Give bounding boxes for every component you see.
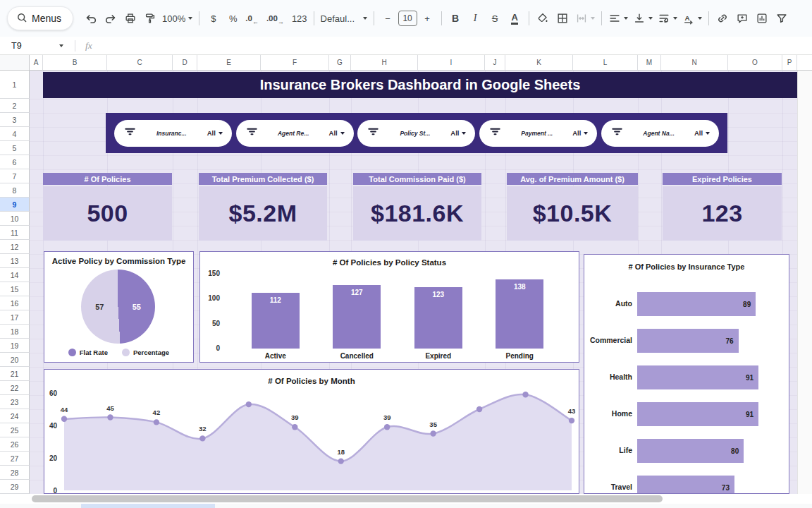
row-header-14[interactable]: 14 (0, 268, 30, 282)
insert-comment-button[interactable] (733, 8, 752, 28)
policy-status-chart-panel[interactable]: # Of Policies by Policy Status1501005001… (199, 251, 579, 363)
bold-button[interactable]: B (446, 8, 465, 28)
format-percent-button[interactable]: % (223, 8, 242, 28)
column-header-H[interactable]: H (351, 55, 418, 70)
text-color-button[interactable]: A (505, 8, 524, 28)
row-header-26[interactable]: 26 (0, 437, 30, 452)
bar-expired[interactable]: 123 (414, 287, 462, 349)
column-header-P[interactable]: P (782, 55, 797, 70)
column-header-C[interactable]: C (107, 55, 173, 70)
row-header-18[interactable]: 18 (0, 325, 30, 339)
policies-by-month-chart-panel[interactable]: # Of Policies by Month020406044454232391… (44, 369, 579, 494)
kpi-card-1[interactable]: # Of Policies500 (43, 173, 172, 241)
paint-format-button[interactable] (140, 8, 159, 28)
column-header-B[interactable]: B (43, 55, 107, 70)
row-header-27[interactable]: 27 (0, 452, 30, 466)
kpi-card-4[interactable]: Avg. of Premium Amount ($)$10.5K (507, 173, 638, 241)
increase-font-size-button[interactable]: + (418, 8, 437, 28)
row-header-13[interactable]: 13 (0, 254, 30, 268)
row-header-4[interactable]: 4 (0, 127, 30, 141)
bar-cancelled[interactable]: 127 (333, 285, 381, 349)
slicer-5[interactable]: Agent Na...All (601, 120, 719, 147)
font-size-input[interactable]: 10 (398, 11, 417, 26)
kpi-card-3[interactable]: Total Commission Paid ($)$181.6K (353, 173, 481, 241)
bar-home[interactable]: 91 (637, 402, 758, 426)
text-wrap-button[interactable] (656, 8, 679, 28)
increase-decimal-button[interactable]: .00→ (264, 8, 289, 28)
column-header-I[interactable]: I (418, 55, 485, 70)
row-header-16[interactable]: 16 (0, 296, 30, 310)
italic-button[interactable]: I (466, 8, 485, 28)
row-header-25[interactable]: 25 (0, 423, 30, 437)
kpi-card-5[interactable]: Expired Policies123 (663, 173, 782, 241)
line-chart[interactable]: 0204060444542323918393543 (44, 370, 579, 494)
column-header-D[interactable]: D (173, 55, 197, 70)
row-header-3[interactable]: 3 (0, 113, 30, 127)
row-header-28[interactable]: 28 (0, 466, 30, 480)
row-header-8[interactable]: 8 (0, 183, 30, 198)
column-header-M[interactable]: M (638, 55, 661, 70)
print-button[interactable] (121, 8, 140, 28)
merge-cells-button[interactable] (573, 8, 597, 28)
slicer-3[interactable]: Policy St...All (357, 120, 475, 147)
column-header-L[interactable]: L (573, 55, 638, 70)
row-header-15[interactable]: 15 (0, 282, 30, 296)
format-currency-button[interactable]: $ (204, 8, 223, 28)
row-header-1[interactable]: 1 (0, 71, 30, 99)
bar-life[interactable]: 80 (637, 439, 744, 463)
horizontal-scrollbar-thumb[interactable] (32, 495, 663, 502)
undo-button[interactable] (81, 8, 100, 28)
fill-color-button[interactable] (534, 8, 553, 28)
insert-chart-button[interactable] (753, 8, 772, 28)
slicer-value[interactable]: All (207, 129, 223, 137)
column-header-E[interactable]: E (197, 55, 261, 70)
row-header-17[interactable]: 17 (0, 310, 30, 325)
active-sheet-tab[interactable] (81, 504, 215, 508)
row-header-20[interactable]: 20 (0, 353, 30, 367)
text-rotation-button[interactable]: A (680, 8, 704, 28)
more-formats-button[interactable]: 123 (290, 8, 309, 28)
zoom-select[interactable]: 100% (160, 8, 195, 28)
row-header-6[interactable]: 6 (0, 155, 30, 169)
column-header-A[interactable]: A (30, 55, 43, 70)
strikethrough-button[interactable]: S (486, 8, 505, 28)
decrease-font-size-button[interactable]: − (379, 8, 398, 28)
column-header-G[interactable]: G (329, 55, 351, 70)
pie-chart[interactable]: 5557 (81, 270, 155, 344)
insurance-type-chart-panel[interactable]: # Of Policies by Insurance TypeAuto89Com… (584, 254, 789, 494)
horizontal-align-button[interactable] (606, 8, 630, 28)
bar-auto[interactable]: 89 (637, 292, 756, 316)
horizontal-scrollbar-track[interactable] (0, 494, 812, 504)
row-header-10[interactable]: 10 (0, 212, 30, 226)
column-header-K[interactable]: K (505, 55, 573, 70)
select-all-corner[interactable] (0, 55, 30, 70)
bar-active[interactable]: 112 (252, 293, 300, 349)
row-header-2[interactable]: 2 (0, 99, 30, 113)
bar-travel[interactable]: 73 (637, 476, 734, 494)
pie-chart-panel[interactable]: Active Policy by Commission Type5557Flat… (44, 251, 194, 363)
menus-button[interactable]: Menus (7, 6, 73, 30)
row-header-7[interactable]: 7 (0, 169, 30, 183)
slicer-value[interactable]: All (450, 129, 466, 137)
slicer-value[interactable]: All (329, 129, 345, 137)
decrease-decimal-button[interactable]: .0← (243, 8, 264, 28)
bar-pending[interactable]: 138 (496, 279, 543, 349)
slicer-4[interactable]: Payment ...All (479, 120, 597, 147)
vertical-align-button[interactable] (631, 8, 655, 28)
row-header-11[interactable]: 11 (0, 226, 30, 240)
vertical-scrollbar-track[interactable] (797, 71, 812, 494)
redo-button[interactable] (101, 8, 120, 28)
bar-commercial[interactable]: 76 (637, 329, 739, 353)
row-header-12[interactable]: 12 (0, 240, 30, 254)
row-header-19[interactable]: 19 (0, 339, 30, 353)
row-header-22[interactable]: 22 (0, 381, 30, 395)
column-header-F[interactable]: F (261, 55, 329, 70)
slicer-value[interactable]: All (694, 129, 710, 137)
row-header-24[interactable]: 24 (0, 409, 30, 423)
borders-button[interactable] (553, 8, 572, 28)
row-header-29[interactable]: 29 (0, 480, 30, 494)
slicer-2[interactable]: Agent Re...All (236, 120, 354, 147)
name-box[interactable]: T9 (0, 41, 70, 51)
slicer-1[interactable]: Insuranc...All (114, 120, 232, 147)
bar-health[interactable]: 91 (637, 365, 758, 389)
